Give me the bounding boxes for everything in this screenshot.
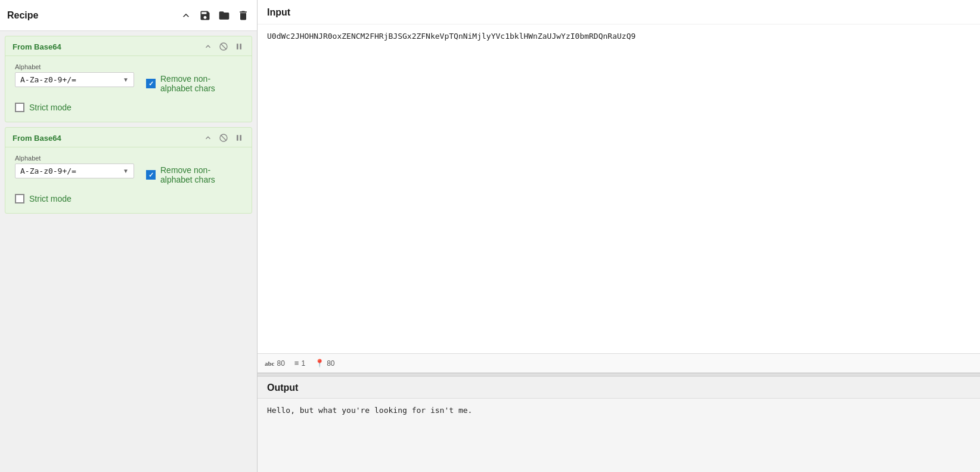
chars-count: 80 xyxy=(277,359,285,368)
output-section: Output Hello, but what you're looking fo… xyxy=(258,377,980,472)
field-group-1: Alphabet A-Za-z0-9+/= ▼ Remove non-alpha… xyxy=(15,63,242,93)
operation-block-1: From Base64 Alphabet xyxy=(5,36,252,122)
alphabet-dropdown-1[interactable]: A-Za-z0-9+/= ▼ xyxy=(15,72,134,87)
lines-icon: ≡ xyxy=(294,359,299,368)
chevron-up-icon[interactable] xyxy=(179,9,193,22)
remove-chars-label-1: Remove non-alphabet chars xyxy=(160,74,242,93)
alphabet-dropdown-2[interactable]: A-Za-z0-9+/= ▼ xyxy=(15,163,134,178)
op-controls-1 xyxy=(203,41,244,52)
remove-chars-checkbox-1[interactable] xyxy=(146,79,156,88)
strict-mode-checkbox-2[interactable] xyxy=(15,194,24,203)
remove-chars-row-1: Remove non-alphabet chars xyxy=(146,74,242,93)
recipe-header: Recipe xyxy=(0,0,257,31)
op-chevron-up-1[interactable] xyxy=(203,41,213,52)
recipe-title: Recipe xyxy=(7,10,179,21)
operation-block-2: From Base64 Alphabet xyxy=(5,127,252,214)
input-value: U0dWc2JHOHNJR0oxZENCM2FHRjBJSGx2ZFNkeVpT… xyxy=(267,32,635,41)
input-section: Input U0dWc2JHOHNJR0oxZENCM2FHRjBJSGx2ZF… xyxy=(258,0,980,373)
remove-chars-row-2: Remove non-alphabet chars xyxy=(146,165,242,184)
save-icon[interactable] xyxy=(199,9,212,22)
input-status-bar: abc 80 ≡ 1 📍 80 xyxy=(258,353,980,372)
strict-mode-label-2: Strict mode xyxy=(29,194,72,203)
dropdown-arrow-2: ▼ xyxy=(123,168,129,174)
operation-title-1: From Base64 xyxy=(13,42,203,51)
strict-mode-row-2: Strict mode xyxy=(15,194,242,203)
recipe-content: From Base64 Alphabet xyxy=(0,31,257,472)
status-lines: ≡ 1 xyxy=(294,359,305,368)
op-controls-2 xyxy=(203,132,244,143)
alphabet-label-1: Alphabet xyxy=(15,63,134,70)
folder-icon[interactable] xyxy=(218,9,231,22)
output-title: Output xyxy=(258,377,980,399)
svg-line-3 xyxy=(221,135,226,140)
output-content: Hello, but what you're looking for isn't… xyxy=(258,399,980,472)
trash-icon[interactable] xyxy=(237,9,250,22)
remove-chars-checkbox-2[interactable] xyxy=(146,170,156,180)
status-position: 📍 80 xyxy=(315,359,334,368)
operation-title-2: From Base64 xyxy=(13,134,203,143)
chars-icon: abc xyxy=(265,360,275,367)
input-content[interactable]: U0dWc2JHOHNJR0oxZENCM2FHRjBJSGx2ZFNkeVpT… xyxy=(258,24,980,353)
op-disable-1[interactable] xyxy=(218,41,229,52)
op-chevron-up-2[interactable] xyxy=(203,132,213,143)
operation-header-2: From Base64 xyxy=(5,128,252,147)
remove-chars-label-2: Remove non-alphabet chars xyxy=(160,165,242,184)
operation-body-1: Alphabet A-Za-z0-9+/= ▼ Remove non-alpha… xyxy=(5,56,252,122)
left-panel: Recipe xyxy=(0,0,258,472)
alphabet-label-2: Alphabet xyxy=(15,155,134,162)
right-panel: Input U0dWc2JHOHNJR0oxZENCM2FHRjBJSGx2ZF… xyxy=(258,0,980,472)
operation-body-2: Alphabet A-Za-z0-9+/= ▼ Remove non-alpha… xyxy=(5,147,252,213)
strict-mode-checkbox-1[interactable] xyxy=(15,103,24,112)
op-disable-2[interactable] xyxy=(218,132,229,143)
alphabet-value-1: A-Za-z0-9+/= xyxy=(20,75,76,84)
status-chars: abc 80 xyxy=(265,359,285,368)
position-icon: 📍 xyxy=(315,359,324,368)
alphabet-value-2: A-Za-z0-9+/= xyxy=(20,166,76,175)
svg-line-1 xyxy=(221,44,226,49)
field-group-2: Alphabet A-Za-z0-9+/= ▼ Remove non-alpha… xyxy=(15,155,242,184)
op-pause-2[interactable] xyxy=(234,132,244,143)
input-title: Input xyxy=(258,0,980,24)
strict-mode-row-1: Strict mode xyxy=(15,103,242,112)
operation-header-1: From Base64 xyxy=(5,36,252,56)
lines-count: 1 xyxy=(301,359,305,368)
alphabet-select-container-1: Alphabet A-Za-z0-9+/= ▼ xyxy=(15,63,134,87)
alphabet-select-container-2: Alphabet A-Za-z0-9+/= ▼ xyxy=(15,155,134,178)
recipe-toolbar xyxy=(179,9,250,22)
dropdown-arrow-1: ▼ xyxy=(123,76,129,83)
output-value: Hello, but what you're looking for isn't… xyxy=(267,406,472,415)
strict-mode-label-1: Strict mode xyxy=(29,103,72,112)
position-count: 80 xyxy=(327,359,334,368)
op-pause-1[interactable] xyxy=(234,41,244,52)
